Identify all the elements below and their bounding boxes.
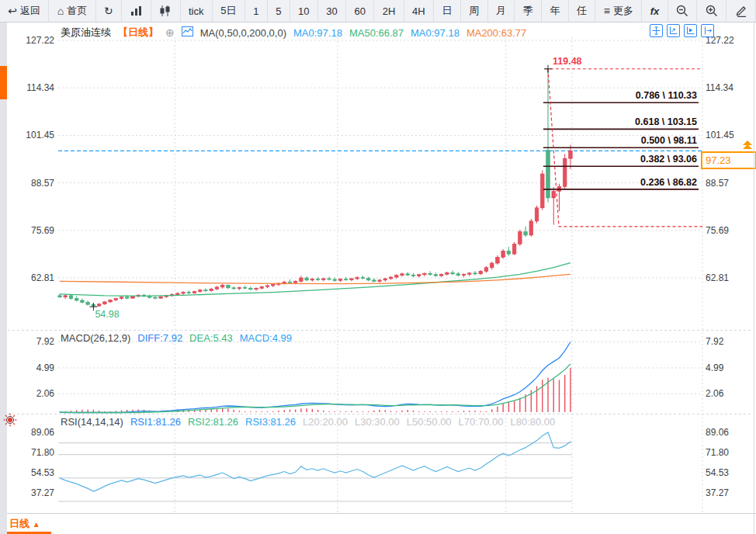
macd-hist-bar (233, 410, 234, 412)
macd-hist-bar (284, 410, 285, 412)
macd-hist-bar (570, 368, 570, 412)
toolbar-button-bar-chart[interactable] (122, 0, 151, 22)
live-dot-icon[interactable] (3, 413, 17, 430)
toolbar-button-zoom-in[interactable] (697, 0, 727, 22)
candle-body (563, 158, 567, 186)
tab-arrow-icon: ▲ (33, 520, 40, 529)
toolbar-button-candle-chart[interactable] (151, 0, 181, 22)
scroll-to-latest-icon[interactable] (743, 141, 754, 151)
axis-scale-icon[interactable] (667, 24, 680, 37)
pan-icon[interactable] (650, 24, 663, 37)
mini-chart-icon[interactable] (182, 26, 193, 39)
toolbar-button-year[interactable]: 年 (542, 0, 569, 22)
toolbar-button-day[interactable]: 日 (434, 0, 461, 22)
sidebar-orange-indicator (0, 66, 7, 99)
toolbar-button-more[interactable]: ≡更多 (595, 0, 642, 22)
candle-body (378, 280, 382, 281)
toolbar-button-5day[interactable]: 5日 (213, 0, 245, 22)
toolbar-button-2h[interactable]: 2H (374, 0, 404, 22)
trading-app: ↩返回⌂首页↻tick5日151030602H4H日周月季年任≡更多fx 127… (0, 0, 756, 534)
toolbar-button-month[interactable]: 月 (488, 0, 515, 22)
macd-hist-bar (76, 410, 77, 412)
symbol-name[interactable]: 美原油连续 (61, 26, 111, 40)
macd-title[interactable]: MACD(26,12,9) (61, 332, 130, 344)
ma0-legend: MA0:97.18 (293, 27, 342, 39)
left-sidebar-strip[interactable] (0, 22, 7, 534)
chart-canvas[interactable]: 127.22127.22114.34114.34101.45101.4588.5… (0, 0, 756, 534)
y-axis-label-left: 114.34 (26, 82, 54, 93)
ma-settings: MA(0,50,0,200,0,0) (200, 27, 286, 39)
macd-axis-label-right: 4.99 (706, 362, 724, 373)
rsi-axis-label-left: 37.27 (31, 487, 54, 498)
goto-latest-icon[interactable] (701, 24, 714, 37)
macd-hist-bar (239, 411, 240, 412)
macd-dea-legend: DEA:5.43 (189, 332, 233, 344)
candle-body (305, 278, 309, 280)
toolbar-button-quarter[interactable]: 季 (515, 0, 542, 22)
toolbar-button-4h[interactable]: 4H (404, 0, 434, 22)
candle-body (255, 288, 258, 289)
macd-hist-bar (278, 411, 279, 412)
candle-body (423, 273, 427, 274)
toolbar-label-5min: 5 (276, 5, 281, 17)
macd-hist-bar (413, 411, 414, 412)
toolbar-label-30min: 30 (326, 5, 337, 17)
macd-hist-bar (368, 411, 369, 412)
toolbar-button-back[interactable]: ↩返回 (0, 0, 49, 22)
macd-hist-bar (295, 410, 296, 412)
toolbar-button-5min[interactable]: 5 (268, 0, 290, 22)
candle-body (103, 302, 107, 304)
candle-body (58, 296, 62, 297)
macd-hist-bar (486, 411, 487, 412)
candle-body (265, 286, 269, 286)
high-price-label: 119.48 (553, 56, 582, 67)
macd-hist-bar (452, 411, 453, 412)
toolbar-button-1min[interactable]: 1 (245, 0, 268, 22)
macd-diff-line (60, 342, 570, 412)
toolbar-button-custom[interactable]: 任 (569, 0, 596, 22)
add-indicator-icon[interactable]: ⊕ (165, 26, 175, 39)
toolbar-label-week: 周 (469, 4, 479, 18)
macd-hist-bar (222, 408, 223, 412)
toolbar-label-quarter: 季 (523, 4, 533, 18)
rsi-axis-label-left: 89.06 (31, 427, 54, 438)
y-axis-label-right: 114.34 (706, 82, 733, 93)
toolbar-button-60min[interactable]: 60 (346, 0, 374, 22)
macd-hist-bar (373, 411, 374, 412)
rsi-l50-legend: L50:50.00 (407, 416, 452, 428)
candle-body (467, 273, 471, 274)
toolbar-button-zoom-out[interactable] (668, 0, 698, 22)
candle-body (114, 299, 118, 300)
toolbar-button-30min[interactable]: 30 (318, 0, 346, 22)
toolbar-button-10min[interactable]: 10 (290, 0, 318, 22)
toolbar-button-fx[interactable]: fx (642, 0, 668, 22)
candle-body (227, 286, 231, 288)
toolbar-label-2h: 2H (383, 5, 396, 17)
candle-body (249, 288, 253, 289)
macd-hist-bar (469, 411, 470, 412)
candle-body (125, 297, 129, 298)
toolbar-button-tick[interactable]: tick (181, 0, 213, 22)
candle-body (350, 279, 354, 279)
toolbar-button-draw[interactable] (727, 0, 756, 22)
rsi-l20-legend: L20:20.00 (303, 416, 348, 428)
toolbar-button-week[interactable]: 周 (461, 0, 488, 22)
candle-body (366, 279, 370, 280)
active-period-tab[interactable]: 日线 ▲ (9, 517, 40, 531)
rsi1-legend: RSI1:81.26 (130, 416, 181, 428)
toolbar-button-home[interactable]: ⌂首页 (49, 0, 95, 22)
rsi-line (60, 432, 570, 491)
candle-body (238, 287, 241, 288)
macd-hist-bar (497, 407, 498, 412)
candle-body (344, 279, 348, 279)
candle-body (496, 257, 500, 263)
right-edge-border (754, 22, 754, 534)
candle-body (288, 282, 292, 283)
rsi-axis-label-left: 71.80 (31, 447, 54, 458)
rsi-title[interactable]: RSI(14,14,14) (61, 416, 123, 428)
macd-hist-bar (328, 411, 329, 412)
candle-body (182, 293, 186, 293)
macd-header: MACD(26,12,9) DIFF:7.92 DEA:5.43 MACD:4.… (61, 332, 292, 344)
toolbar-button-refresh[interactable]: ↻ (96, 0, 122, 22)
play-forward-icon[interactable] (684, 24, 697, 37)
